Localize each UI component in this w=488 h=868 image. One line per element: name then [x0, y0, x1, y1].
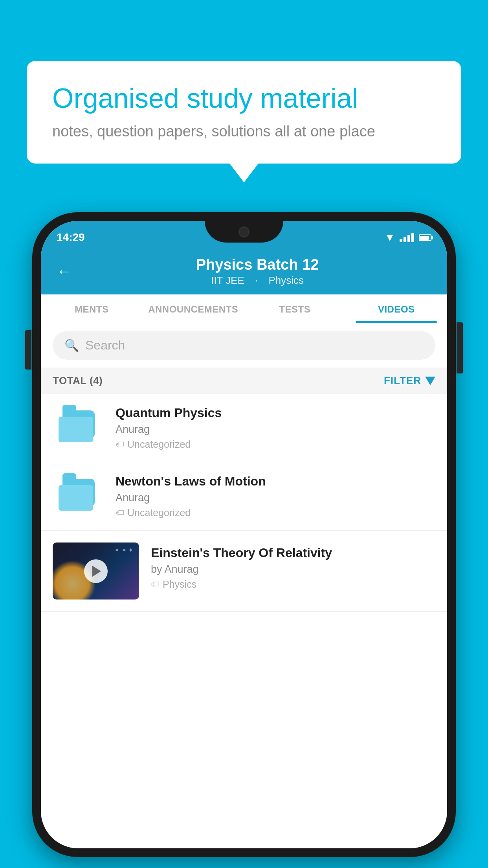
tag-label-3: Physics [163, 579, 196, 590]
list-item[interactable]: ✦ ✦ ✦ Einstein's Theory Of Relativity by… [41, 531, 447, 612]
search-icon: 🔍 [64, 338, 79, 352]
status-time: 14:29 [57, 231, 85, 244]
video-thumbnail-3: ✦ ✦ ✦ [53, 542, 139, 600]
header-title: Physics Batch 12 [83, 256, 431, 273]
video-title-3: Einstein's Theory Of Relativity [151, 546, 435, 560]
tab-ments[interactable]: MENTS [41, 294, 143, 323]
video-info-1: Quantum Physics Anurag 🏷 Uncategorized [116, 406, 435, 450]
header-title-section: Physics Batch 12 IIT JEE · Physics [83, 256, 431, 287]
filter-button[interactable]: FILTER [384, 375, 435, 387]
header-subtitle: IIT JEE · Physics [83, 274, 431, 287]
subtitle-physics: Physics [268, 274, 304, 286]
search-placeholder: Search [85, 338, 125, 353]
folder-front-2 [59, 485, 93, 511]
back-button[interactable]: ← [57, 263, 72, 280]
filter-bar: TOTAL (4) FILTER [41, 368, 447, 394]
video-author-3: by Anurag [151, 563, 435, 576]
tag-icon-3: 🏷 [151, 579, 160, 590]
tag-icon-2: 🏷 [116, 508, 124, 518]
play-button-3[interactable] [84, 559, 108, 583]
folder-icon-1 [59, 410, 98, 446]
filter-label: FILTER [384, 375, 421, 387]
video-thumb-area-2 [53, 475, 104, 518]
app-header: ← Physics Batch 12 IIT JEE · Physics [41, 248, 447, 294]
thumb-stars-3: ✦ ✦ ✦ [114, 546, 133, 554]
video-title-1: Quantum Physics [116, 406, 435, 420]
tab-announcements[interactable]: ANNOUNCEMENTS [143, 294, 244, 323]
wifi-icon: ▼ [385, 232, 395, 244]
phone-wrapper: 14:29 ▼ [32, 212, 456, 857]
tag-icon-1: 🏷 [116, 440, 124, 450]
video-thumb-area-1 [53, 406, 104, 450]
video-tag-2: 🏷 Uncategorized [116, 507, 435, 519]
folder-icon-2 [59, 479, 98, 514]
phone-camera [238, 226, 250, 237]
speech-bubble-container: Organised study material notes, question… [27, 61, 461, 164]
phone-notch [205, 221, 283, 243]
folder-front-1 [59, 417, 93, 442]
speech-bubble-title: Organised study material [52, 83, 436, 114]
video-info-2: Newton's Laws of Motion Anurag 🏷 Uncateg… [116, 474, 435, 519]
video-tag-3: 🏷 Physics [151, 579, 435, 590]
tag-label-1: Uncategorized [127, 439, 191, 450]
speech-bubble-subtitle: notes, question papers, solutions all at… [52, 123, 436, 140]
phone-outer: 14:29 ▼ [32, 212, 456, 857]
list-item[interactable]: Newton's Laws of Motion Anurag 🏷 Uncateg… [41, 462, 447, 531]
tab-videos[interactable]: VIDEOS [346, 294, 448, 323]
tab-tests[interactable]: TESTS [244, 294, 346, 323]
signal-icon [400, 233, 414, 242]
video-list: Quantum Physics Anurag 🏷 Uncategorized [41, 394, 447, 612]
tag-label-2: Uncategorized [127, 507, 191, 519]
video-info-3: Einstein's Theory Of Relativity by Anura… [151, 542, 435, 590]
filter-funnel-icon [425, 377, 435, 385]
subtitle-separator: · [255, 274, 258, 286]
play-triangle-icon [92, 566, 101, 577]
speech-bubble: Organised study material notes, question… [27, 61, 461, 164]
phone-screen: 14:29 ▼ [41, 221, 447, 848]
video-tag-1: 🏷 Uncategorized [116, 439, 435, 450]
battery-icon [419, 234, 431, 241]
subtitle-iitjee: IIT JEE [211, 274, 244, 286]
total-label: TOTAL (4) [53, 375, 103, 387]
video-title-2: Newton's Laws of Motion [116, 474, 435, 489]
list-item[interactable]: Quantum Physics Anurag 🏷 Uncategorized [41, 394, 447, 462]
status-icons: ▼ [385, 232, 431, 244]
tabs-bar: MENTS ANNOUNCEMENTS TESTS VIDEOS [41, 294, 447, 323]
search-box[interactable]: 🔍 Search [53, 331, 435, 360]
video-author-1: Anurag [116, 423, 435, 436]
search-container: 🔍 Search [41, 323, 447, 368]
video-author-2: Anurag [116, 492, 435, 504]
